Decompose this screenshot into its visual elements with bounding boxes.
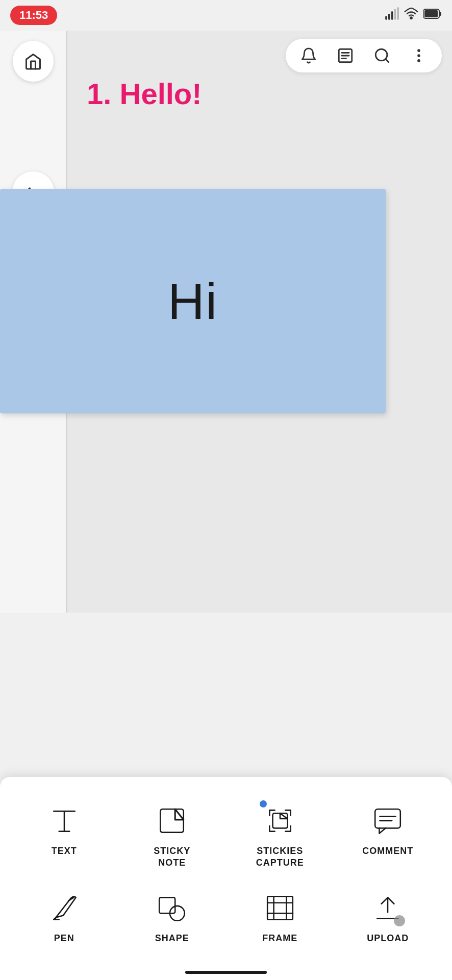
status-icons [385,7,442,24]
upload-tool-button[interactable]: UPLOAD [334,879,442,954]
shape-tool-label: SHAPE [155,933,189,944]
svg-rect-4 [397,7,399,19]
home-indicator [185,971,267,974]
wifi-icon [404,7,418,24]
upload-icon [369,890,406,926]
frame-tool-label: FRAME [262,933,297,944]
stickies-capture-tool-label: STICKIES CAPTURE [256,845,304,869]
signal-icon [385,7,399,24]
pen-icon [46,890,83,926]
tool-grid: TEXT STICKY NOTE [10,792,442,954]
sticky-note[interactable]: Hi [0,189,386,413]
text-tool-button[interactable]: TEXT [10,792,118,879]
svg-rect-21 [161,809,184,832]
text-icon [46,802,83,839]
frame-icon [262,890,298,926]
stickies-capture-tool-button[interactable]: STICKIES CAPTURE [226,792,334,879]
bottom-toolbar: TEXT STICKY NOTE [0,777,452,980]
stickies-capture-icon [262,802,298,839]
svg-point-5 [410,17,412,19]
upload-tool-label: UPLOAD [367,933,409,944]
page-title: 1. Hello! [66,31,452,121]
comment-tool-button[interactable]: COMMENT [334,792,442,879]
svg-rect-1 [388,14,390,20]
pen-tool-label: PEN [54,933,74,944]
svg-rect-0 [385,16,387,20]
home-button[interactable] [13,41,54,82]
svg-rect-27 [159,897,175,913]
status-bar: 11:53 [0,0,452,31]
canvas-area: 1. Hello! Hi [0,31,452,612]
sticky-note-tool-button[interactable]: STICKY NOTE [118,792,227,879]
comment-icon [369,802,406,839]
shape-icon [154,890,190,926]
page-title-exclaim: ! [192,77,202,110]
sticky-note-icon [154,802,190,839]
svg-rect-3 [394,9,396,20]
status-time: 11:53 [10,6,57,25]
svg-rect-23 [375,809,400,828]
svg-rect-7 [424,10,438,17]
svg-rect-2 [391,11,393,19]
battery-icon [423,8,442,22]
page-number: 1. [87,77,111,110]
capture-dot-indicator [260,800,267,807]
sticky-note-tool-label: STICKY NOTE [154,845,190,869]
frame-tool-button[interactable]: FRAME [226,879,334,954]
cursor-indicator [394,915,405,926]
text-tool-label: TEXT [52,845,77,857]
sticky-note-text: Hi [168,272,218,331]
svg-rect-8 [439,12,441,16]
page-title-hello: Hello [111,77,192,110]
svg-rect-29 [267,896,293,919]
shape-tool-button[interactable]: SHAPE [118,879,227,954]
pen-tool-button[interactable]: PEN [10,879,118,954]
canvas-content: 1. Hello! Hi [66,31,452,612]
comment-tool-label: COMMENT [362,845,413,857]
